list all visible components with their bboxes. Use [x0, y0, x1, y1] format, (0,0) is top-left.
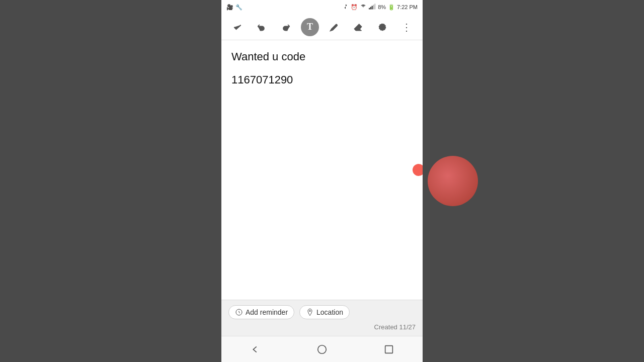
svg-point-7 — [309, 310, 311, 312]
battery-icon: 🔋 — [388, 4, 395, 11]
svg-rect-1 — [370, 7, 371, 10]
svg-point-8 — [318, 345, 327, 353]
recent-apps-button[interactable] — [379, 339, 399, 359]
bottom-actions: Add reminder Location — [228, 305, 416, 319]
check-button[interactable] — [228, 18, 247, 36]
undo-button[interactable] — [253, 18, 271, 36]
svg-rect-9 — [385, 345, 393, 353]
created-date: Created 11/27 — [374, 323, 416, 331]
eraser-tool-button[interactable] — [349, 18, 367, 36]
wifi-icon — [360, 4, 367, 11]
time-display: 7:22 PM — [397, 4, 418, 10]
toolbar: T ⋮ — [221, 14, 423, 40]
location-label: Location — [316, 308, 343, 316]
status-bar: 🎥 🔧 ⏰ — [221, 0, 423, 14]
wrench-icon: 🔧 — [235, 4, 243, 11]
bluetooth-icon — [343, 4, 349, 11]
bottom-bar: Add reminder Location Created 11/27 — [221, 300, 423, 336]
note-title: Wanted u code — [231, 50, 413, 63]
add-reminder-button[interactable]: Add reminder — [228, 305, 294, 319]
alarm-icon: ⏰ — [351, 4, 358, 11]
nav-bar — [221, 336, 423, 362]
bottom-meta: Created 11/27 — [228, 323, 416, 331]
home-button[interactable] — [312, 339, 332, 359]
back-button[interactable] — [245, 339, 265, 359]
text-tool-icon: T — [307, 22, 313, 32]
lasso-tool-button[interactable] — [373, 18, 391, 36]
decorative-blob — [428, 156, 478, 206]
svg-rect-3 — [373, 5, 374, 10]
svg-rect-4 — [374, 4, 375, 9]
svg-point-5 — [379, 24, 385, 30]
more-icon: ⋮ — [401, 22, 412, 32]
svg-rect-0 — [369, 8, 370, 10]
location-button[interactable]: Location — [299, 305, 350, 319]
fab-button[interactable] — [413, 164, 423, 176]
note-body: 1167071290 — [231, 73, 413, 86]
add-reminder-label: Add reminder — [246, 308, 288, 316]
text-tool-button[interactable]: T — [301, 18, 319, 36]
more-options-button[interactable]: ⋮ — [397, 18, 416, 36]
svg-rect-2 — [372, 6, 373, 10]
status-bar-right: ⏰ 8% 🔋 7:22 PM — [343, 4, 418, 11]
note-content-area[interactable]: Wanted u code 1167071290 — [221, 40, 423, 300]
status-bar-left: 🎥 🔧 — [226, 4, 243, 11]
pen-tool-button[interactable] — [325, 18, 343, 36]
redo-button[interactable] — [277, 18, 295, 36]
signal-icon — [369, 4, 376, 11]
battery-text: 8% — [378, 4, 386, 10]
camera-icon: 🎥 — [226, 4, 233, 11]
